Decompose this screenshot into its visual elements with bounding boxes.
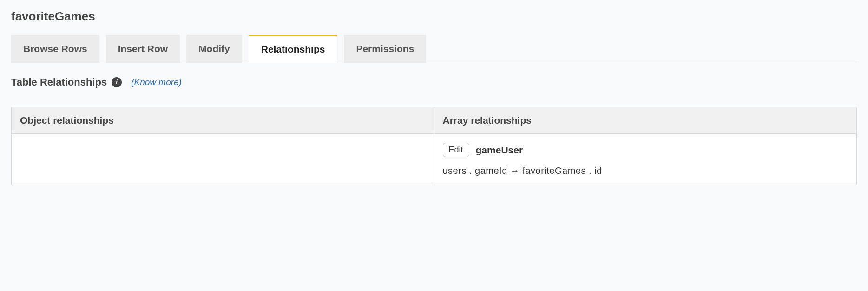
relationship-mapping: users . gameId → favoriteGames . id (443, 165, 848, 176)
relationship-entry: Edit gameUser (443, 143, 848, 157)
tab-permissions[interactable]: Permissions (344, 35, 426, 63)
tab-browse-rows[interactable]: Browse Rows (11, 35, 99, 63)
page-title: favoriteGames (11, 9, 857, 24)
column-array-relationships: Array relationships (434, 107, 857, 134)
relationship-name: gameUser (476, 145, 523, 156)
tab-insert-row[interactable]: Insert Row (106, 35, 180, 63)
array-relationships-cell: Edit gameUser users . gameId → favoriteG… (434, 134, 857, 185)
section-title: Table Relationships (11, 76, 107, 88)
info-icon[interactable]: i (112, 77, 122, 87)
object-relationships-cell (12, 134, 434, 185)
tab-modify[interactable]: Modify (186, 35, 242, 63)
section-header: Table Relationships i (Know more) (11, 76, 857, 88)
column-object-relationships: Object relationships (12, 107, 434, 134)
know-more-link[interactable]: (Know more) (131, 77, 182, 87)
tab-relationships[interactable]: Relationships (249, 35, 338, 63)
edit-button[interactable]: Edit (443, 143, 469, 157)
tabs: Browse Rows Insert Row Modify Relationsh… (11, 35, 857, 63)
table-row: Edit gameUser users . gameId → favoriteG… (12, 134, 857, 185)
relationships-table: Object relationships Array relationships… (11, 107, 857, 185)
